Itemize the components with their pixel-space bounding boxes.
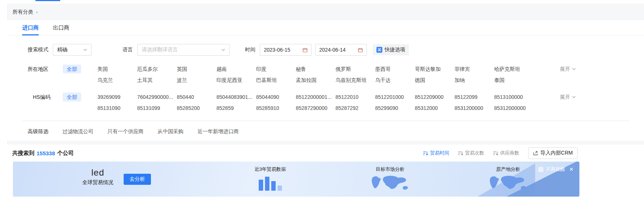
hs-code-option[interactable]: 85131090: [97, 104, 137, 113]
hs-code-option[interactable]: 85122010: [335, 93, 375, 101]
dont-remind-checkbox[interactable]: [538, 167, 543, 172]
advanced-options: 过滤物流公司只有一个供应商从中国采购近一年新增进口商: [62, 128, 239, 135]
sort-option[interactable]: 贸易次数: [458, 150, 484, 156]
banner-item-title: 原产地分析: [481, 166, 536, 173]
calendar-icon: [303, 48, 307, 52]
sort-label: 贸易次数: [465, 150, 484, 156]
hs-code-option[interactable]: 85312000000: [494, 104, 534, 113]
hs-code-option[interactable]: 85122000001...: [296, 93, 336, 101]
hs-code-option[interactable]: 85312000: [415, 104, 455, 113]
tab[interactable]: 出口商: [53, 20, 69, 35]
hs-code-option[interactable]: 39269099: [97, 93, 137, 101]
breadcrumb[interactable]: 所有分类 ›: [13, 9, 38, 15]
region-option[interactable]: 波兰: [177, 76, 217, 84]
language-placeholder: 请选择翻译语言: [142, 46, 178, 53]
breadcrumb-label: 所有分类: [13, 9, 33, 15]
bar-chart-icon: [242, 176, 298, 191]
region-option[interactable]: 菲律宾: [455, 65, 495, 73]
region-option[interactable]: 德国: [415, 76, 455, 84]
hs-all-tag[interactable]: 全部: [63, 93, 81, 101]
hs-code-option[interactable]: 8513100000: [494, 93, 534, 101]
search-mode-select[interactable]: 精确: [53, 44, 92, 56]
region-option[interactable]: 巴基斯坦: [256, 76, 296, 84]
chart-bar: [271, 181, 276, 191]
region-option[interactable]: 乌干达: [375, 76, 415, 84]
search-mode-value: 精确: [57, 46, 68, 53]
date-to-input[interactable]: 2024-06-14: [315, 44, 367, 56]
sort-option[interactable]: 贸易时间: [423, 150, 449, 156]
chevron-right-icon: ›: [36, 10, 38, 15]
region-option[interactable]: 加纳: [455, 76, 495, 84]
sort-icon: [423, 151, 428, 156]
language-label: 语言: [123, 46, 133, 53]
region-option[interactable]: 乌克兰: [97, 76, 137, 84]
dismiss-control: 不再提醒 ✕: [538, 166, 574, 173]
date-from-input[interactable]: 2023-06-15: [260, 44, 311, 56]
region-option[interactable]: 印度尼西亚: [217, 76, 256, 84]
region-label: 所在地区: [28, 65, 55, 73]
banner-item-title: 近3年贸易数据: [242, 166, 298, 173]
banner-keyword-block: led 全球贸易情况 去分析: [82, 167, 151, 186]
hs-code-option[interactable]: 85131099: [137, 104, 177, 113]
region-option[interactable]: 秘鲁: [296, 65, 336, 73]
hs-code-option[interactable]: 85044090: [256, 93, 296, 101]
hs-code-option[interactable]: 850440: [177, 93, 217, 101]
hs-code-option[interactable]: 85287290000: [296, 104, 336, 113]
calendar-icon: [358, 48, 363, 52]
region-option[interactable]: 土耳其: [137, 76, 177, 84]
sort-icon: [493, 151, 498, 156]
region-option[interactable]: 泰国: [494, 76, 534, 84]
divider: [22, 121, 629, 121]
analysis-promo-banner: led 全球贸易情况 去分析 近3年贸易数据 目标市场分析 原产地分析: [13, 162, 579, 197]
import-crm-button[interactable]: 导入内部CRM: [528, 147, 578, 159]
language-select[interactable]: 请选择翻译语言: [137, 44, 230, 56]
import-icon: [533, 150, 538, 156]
region-all-tag[interactable]: 全部: [63, 65, 81, 73]
hs-expand-toggle[interactable]: 展开: [560, 93, 576, 101]
region-option[interactable]: 俄罗斯: [335, 65, 375, 73]
close-icon[interactable]: ✕: [569, 166, 574, 172]
sort-label: 贸易时间: [430, 150, 449, 156]
advanced-option[interactable]: 近一年新增进口商: [197, 128, 239, 135]
sort-option[interactable]: 供应商数: [493, 150, 519, 156]
banner-item-trade-data[interactable]: 近3年贸易数据: [242, 166, 298, 191]
advanced-option[interactable]: 过滤物流公司: [62, 128, 93, 135]
region-option[interactable]: 厄瓜多尔: [137, 65, 177, 73]
advanced-option[interactable]: 从中国采购: [158, 128, 183, 135]
top-tab-indicator: [35, 0, 60, 1]
region-option[interactable]: 英国: [177, 65, 217, 73]
expand-label: 展开: [560, 65, 570, 73]
hs-code-option[interactable]: 76042990000...: [137, 93, 177, 101]
banner-item-target-market[interactable]: 目标市场分析: [362, 166, 418, 192]
results-section: 共搜索到 155338 个公司 贸易时间 贸易次数 供应商数 导入内部CRM: [0, 145, 644, 218]
top-strip: [0, 0, 644, 4]
hs-code-option[interactable]: 85287292: [335, 104, 375, 113]
hs-code-option[interactable]: 85122099: [455, 93, 495, 101]
hs-code-option[interactable]: 8512209000: [415, 93, 455, 101]
region-expand-toggle[interactable]: 展开: [560, 65, 576, 73]
region-option[interactable]: 乌兹别克斯坦: [335, 76, 375, 84]
hs-code-option[interactable]: 8531200000: [455, 104, 495, 113]
hs-code-option[interactable]: 852859: [217, 104, 256, 113]
advanced-option[interactable]: 只有一个供应商: [107, 128, 144, 135]
region-option[interactable]: 哈萨克斯坦: [494, 65, 534, 73]
banner-item-origin[interactable]: 原产地分析: [481, 166, 536, 192]
quick-options-button[interactable]: ⌘ 快捷选项: [373, 44, 409, 55]
analyze-button[interactable]: 去分析: [124, 174, 151, 185]
region-option[interactable]: 美国: [97, 65, 137, 73]
region-option[interactable]: 越南: [217, 65, 256, 73]
search-mode-label: 搜索模式: [28, 46, 48, 53]
hs-code-option[interactable]: 85285200: [177, 104, 217, 113]
region-option[interactable]: 哥斯达黎加: [415, 65, 455, 73]
importer-exporter-tabs: 进口商 出口商: [7, 20, 644, 36]
hs-code-option[interactable]: 85044083901...: [217, 93, 256, 101]
region-option[interactable]: 孟加拉国: [296, 76, 336, 84]
region-option[interactable]: 印度: [256, 65, 296, 73]
tab[interactable]: 进口商: [22, 20, 39, 35]
sort-label: 供应商数: [500, 150, 519, 156]
hs-code-option[interactable]: 85285910: [256, 104, 296, 113]
region-option[interactable]: 墨西哥: [375, 65, 415, 73]
chart-bar: [259, 180, 263, 191]
hs-code-option[interactable]: 8512201000: [375, 93, 415, 101]
hs-code-option[interactable]: 85299090: [375, 104, 415, 113]
